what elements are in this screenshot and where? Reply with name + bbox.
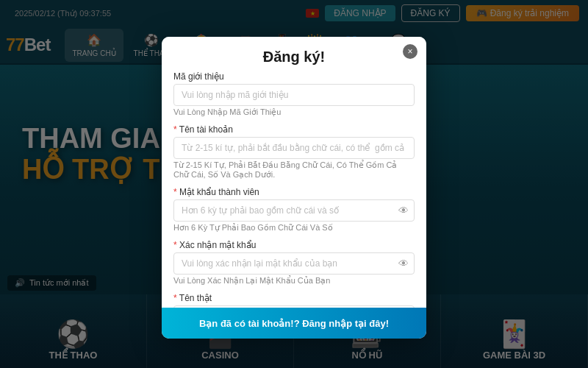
form-group-referral: Mã giới thiệu Vui Lòng Nhập Mã Giới Thiệ…	[173, 71, 415, 117]
password-input-wrap: 👁	[173, 199, 415, 222]
form-group-username: * Tên tài khoản Từ 2-15 Kí Tự, Phải Bắt …	[173, 124, 415, 180]
label-username: * Tên tài khoản	[173, 124, 415, 135]
hint-referral: Vui Lòng Nhập Mã Giới Thiệu	[173, 107, 415, 117]
form-group-password: * Mật khẩu thành viên 👁 Hơn 6 Kỳ Tự Phải…	[173, 187, 415, 233]
password-eye-icon[interactable]: 👁	[398, 205, 409, 216]
modal-header: Đăng ký! ×	[162, 37, 426, 71]
modal-overlay: Đăng ký! × Mã giới thiệu Vui Lòng Nhập M…	[0, 0, 588, 368]
label-referral: Mã giới thiệu	[173, 71, 415, 82]
hint-confirm-password: Vui Lòng Xác Nhận Lại Mật Khẩu Của Bạn	[173, 276, 415, 286]
modal-close-button[interactable]: ×	[403, 44, 417, 59]
input-password[interactable]	[173, 199, 415, 222]
modal-title: Đăng ký!	[263, 49, 325, 65]
input-username[interactable]	[173, 137, 415, 159]
modal-body: Mã giới thiệu Vui Lòng Nhập Mã Giới Thiệ…	[162, 71, 426, 308]
hint-username: Từ 2-15 Kí Tự, Phải Bắt Đầu Bằng Chữ Cái…	[173, 160, 415, 180]
modal-footer-text: Bạn đã có tài khoản!? Đăng nhập tại đây!	[199, 318, 389, 329]
input-referral[interactable]	[173, 84, 415, 106]
form-group-confirm-password: * Xác nhận mật khẩu 👁 Vui Lòng Xác Nhận …	[173, 240, 415, 286]
form-group-fullname: * Tên thật Cần Giống Tên Tài Khoản Ngân …	[173, 293, 415, 308]
register-modal: Đăng ký! × Mã giới thiệu Vui Lòng Nhập M…	[162, 37, 426, 339]
confirm-password-eye-icon[interactable]: 👁	[398, 258, 409, 269]
hint-password: Hơn 6 Kỳ Tự Phải Bao Gồm Chữ Cái Và Số	[173, 223, 415, 233]
label-confirm-password: * Xác nhận mật khẩu	[173, 240, 415, 250]
modal-footer[interactable]: Bạn đã có tài khoản!? Đăng nhập tại đây!	[162, 308, 426, 339]
input-confirm-password[interactable]	[173, 252, 415, 275]
confirm-password-input-wrap: 👁	[173, 252, 415, 275]
label-password: * Mật khẩu thành viên	[173, 187, 415, 197]
label-fullname: * Tên thật	[173, 293, 415, 303]
